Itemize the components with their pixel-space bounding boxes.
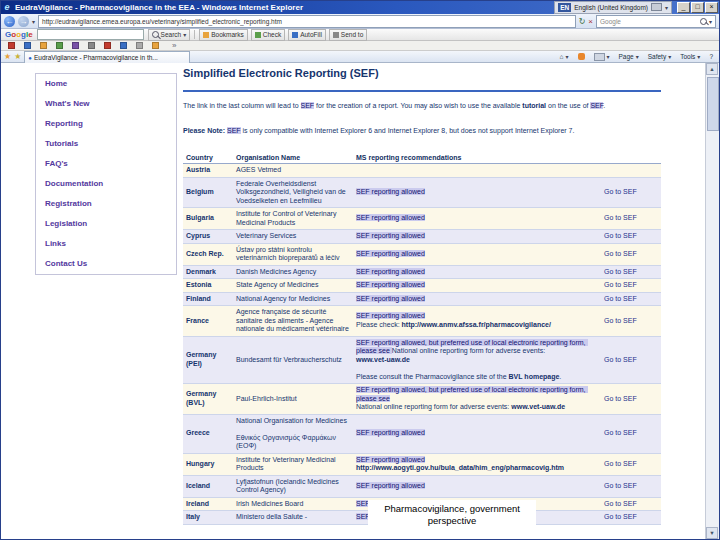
country-cell: Finland bbox=[183, 292, 233, 306]
toolbar-shortcut-icon-3[interactable] bbox=[40, 42, 47, 49]
search-box[interactable]: Google ▾ bbox=[596, 15, 716, 28]
go-to-sef-link[interactable]: Go to SEF bbox=[601, 265, 661, 279]
toolbar-shortcut-icon-2[interactable] bbox=[24, 42, 31, 49]
toolbar-shortcut-icon-7[interactable] bbox=[104, 42, 111, 49]
address-input[interactable]: http://eudravigilance.emea.europa.eu/vet… bbox=[38, 15, 576, 28]
sidebar-item-what-s-new[interactable]: What's New bbox=[36, 94, 176, 114]
print-button[interactable]: ▾ bbox=[591, 53, 613, 61]
organisation-cell: AGES Vetmed bbox=[233, 164, 353, 178]
text-segment: National online reporting form for adver… bbox=[392, 347, 545, 354]
go-to-sef-link[interactable]: Go to SEF bbox=[601, 475, 661, 497]
language-options-caret[interactable]: ▾ bbox=[665, 4, 668, 11]
google-toolbar-button-check[interactable]: Check bbox=[251, 29, 285, 41]
organisation-cell: Bundesamt für Verbraucherschutz bbox=[233, 336, 353, 384]
go-to-sef-link[interactable]: Go to SEF bbox=[601, 292, 661, 306]
google-search-input[interactable] bbox=[37, 29, 144, 40]
safety-menu-label: Safety bbox=[648, 53, 666, 60]
sidebar-item-reporting[interactable]: Reporting bbox=[36, 114, 176, 134]
country-cell: France bbox=[183, 306, 233, 337]
rss-feed-icon bbox=[578, 53, 585, 60]
search-icon[interactable] bbox=[700, 18, 707, 25]
scroll-down-button[interactable]: ▼ bbox=[706, 527, 718, 539]
forward-button[interactable]: → bbox=[18, 16, 29, 27]
go-to-sef-link[interactable]: Go to SEF bbox=[601, 177, 661, 208]
toolbar-overflow-chevron[interactable]: » bbox=[172, 41, 176, 50]
page-scrollbar[interactable]: ▲ ▼ bbox=[705, 63, 719, 539]
table-row: EstoniaState Agency of MedicinesSEF repo… bbox=[183, 279, 661, 293]
add-favorite-icon[interactable]: ★ bbox=[14, 52, 21, 62]
text-segment: . bbox=[603, 102, 605, 109]
toolbar-shortcut-icon-6[interactable] bbox=[88, 42, 95, 49]
text-segment: SEF reporting allowed bbox=[356, 188, 425, 195]
inline-link[interactable]: BVL homepage bbox=[509, 373, 560, 380]
google-toolbar-button-autofill[interactable]: AutoFill bbox=[288, 29, 326, 41]
organisation-cell: National Agency for Medicines bbox=[233, 292, 353, 306]
table-row: AustriaAGES Vetmed bbox=[183, 164, 661, 178]
sidebar-item-home[interactable]: Home bbox=[36, 74, 176, 94]
search-options-caret[interactable]: ▾ bbox=[709, 18, 712, 25]
help-button[interactable]: ? bbox=[706, 53, 716, 60]
go-to-sef-link[interactable]: Go to SEF bbox=[601, 306, 661, 337]
refresh-icon[interactable]: ↻ bbox=[579, 16, 586, 27]
inline-link[interactable]: http://www.anmv.afssa.fr/pharmacovigilan… bbox=[402, 321, 551, 328]
home-button[interactable]: ⌂ ▾ bbox=[557, 53, 572, 60]
toolbar-shortcut-icon-8[interactable] bbox=[120, 42, 127, 49]
toolbar-shortcut-icon-5[interactable] bbox=[72, 42, 79, 49]
sidebar-item-faq-s[interactable]: FAQ's bbox=[36, 154, 176, 174]
keyboard-icon[interactable] bbox=[651, 3, 662, 11]
country-cell: Bulgaria bbox=[183, 208, 233, 230]
go-to-sef-link[interactable]: Go to SEF bbox=[601, 414, 661, 453]
browser-tab[interactable]: ● EudraVigilance - Pharmacovigilance in … bbox=[24, 51, 190, 63]
inline-link[interactable]: tutorial bbox=[522, 102, 546, 109]
google-toolbar-button-send-to[interactable]: Send to bbox=[329, 29, 367, 41]
sidebar-item-contact-us[interactable]: Contact Us bbox=[36, 254, 176, 274]
page-caret: ▾ bbox=[636, 53, 639, 60]
recommendation-cell bbox=[353, 164, 601, 178]
maximize-button[interactable]: □ bbox=[691, 2, 704, 13]
sidebar-item-links[interactable]: Links bbox=[36, 234, 176, 254]
scroll-up-button[interactable]: ▲ bbox=[706, 63, 718, 75]
go-to-sef-link[interactable]: Go to SEF bbox=[601, 511, 661, 525]
inline-link[interactable]: www.vet-uaw.de bbox=[356, 356, 410, 363]
google-toolbar-button-bookmarks[interactable]: Bookmarks bbox=[199, 29, 248, 41]
favorites-star-icon[interactable]: ★ bbox=[4, 52, 11, 62]
go-to-sef-link[interactable]: Go to SEF bbox=[601, 230, 661, 244]
stop-icon[interactable]: × bbox=[588, 16, 593, 27]
sidebar-item-legislation[interactable]: Legislation bbox=[36, 214, 176, 234]
scrollbar-thumb[interactable] bbox=[707, 77, 719, 131]
google-search-button[interactable]: Search ▾ bbox=[148, 29, 191, 41]
history-caret[interactable]: ▾ bbox=[32, 18, 35, 25]
back-button[interactable]: ← bbox=[4, 16, 15, 27]
feeds-button[interactable] bbox=[575, 53, 588, 60]
toolbar-shortcut-icon-9[interactable] bbox=[136, 42, 143, 49]
language-badge[interactable]: EN bbox=[558, 3, 571, 12]
caption-line-2: perspective bbox=[368, 515, 536, 527]
go-to-sef-link[interactable]: Go to SEF bbox=[601, 453, 661, 475]
toolbar-shortcut-icon-1[interactable] bbox=[8, 42, 15, 49]
text-segment: SEF bbox=[590, 102, 603, 109]
go-to-sef-link[interactable]: Go to SEF bbox=[601, 208, 661, 230]
close-button[interactable]: × bbox=[705, 2, 718, 13]
sidebar-item-tutorials[interactable]: Tutorials bbox=[36, 134, 176, 154]
home-icon: ⌂ bbox=[560, 53, 564, 60]
autofill-icon bbox=[292, 32, 298, 38]
go-to-sef-link[interactable]: Go to SEF bbox=[601, 497, 661, 511]
go-to-sef-link[interactable]: Go to SEF bbox=[601, 243, 661, 265]
go-to-sef-link[interactable]: Go to SEF bbox=[601, 279, 661, 293]
inline-link[interactable]: http://www.aogyti.gov.hu/bula_data/him_e… bbox=[356, 464, 564, 471]
go-to-sef-link[interactable]: Go to SEF bbox=[601, 384, 661, 415]
page-menu-button[interactable]: Page ▾ bbox=[616, 53, 642, 60]
text-segment: SEF reporting allowed bbox=[356, 295, 425, 302]
go-to-sef-link[interactable]: Go to SEF bbox=[601, 336, 661, 384]
safety-menu-button[interactable]: Safety ▾ bbox=[645, 53, 674, 60]
inline-link[interactable]: www.vet-uaw.de bbox=[511, 403, 565, 410]
minimize-button[interactable]: _ bbox=[677, 2, 690, 13]
text-segment: The link in the last column will lead to bbox=[183, 102, 301, 109]
language-bar[interactable]: EN English (United Kingdom) ▾ bbox=[554, 1, 672, 14]
organisation-cell: Veterinary Services bbox=[233, 230, 353, 244]
tools-menu-button[interactable]: Tools ▾ bbox=[677, 53, 703, 60]
toolbar-shortcut-icon-4[interactable] bbox=[56, 42, 63, 49]
sidebar-item-registration[interactable]: Registration bbox=[36, 194, 176, 214]
sidebar-item-documentation[interactable]: Documentation bbox=[36, 174, 176, 194]
toolbar-shortcut-icon-10[interactable] bbox=[152, 42, 159, 49]
